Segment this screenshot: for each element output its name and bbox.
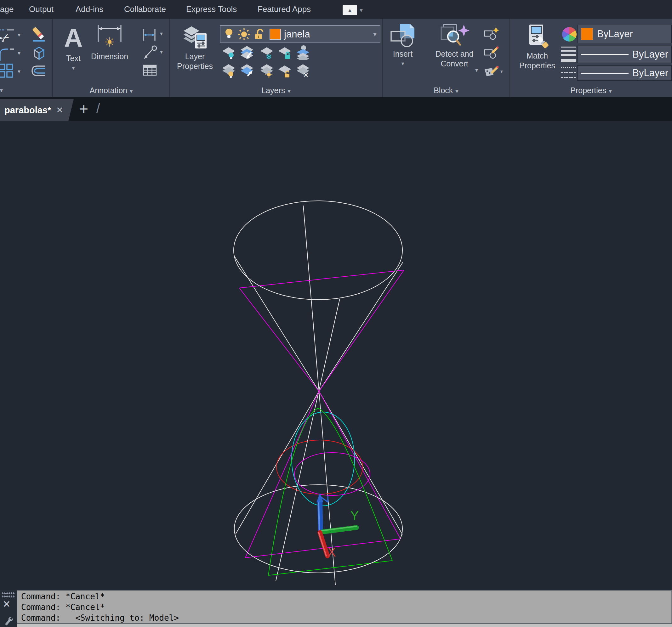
menu-tab-express-tools[interactable]: Express Tools	[186, 4, 237, 14]
detect-dropdown-icon[interactable]: ▾	[475, 67, 478, 74]
green-base-chord[interactable]	[268, 560, 392, 575]
ucs-y-label[interactable]: Y	[350, 508, 359, 523]
fillet-icon[interactable]	[0, 45, 15, 62]
layer-isolate-icon[interactable]	[295, 45, 311, 60]
sun-glyph: ☀	[104, 35, 115, 49]
file-tab-close-icon[interactable]: ✕	[56, 105, 63, 115]
block-attr-dropdown-icon[interactable]: ▾	[500, 69, 503, 74]
menu-tab-addins[interactable]: Add-ins	[76, 4, 103, 14]
detect-convert-icon	[439, 23, 470, 49]
ribbon-tab-bar: age Output Add-ins Collaborate Express T…	[0, 0, 672, 19]
insert-dropdown-icon[interactable]: ▾	[401, 59, 404, 69]
layer-make-current-icon[interactable]	[239, 45, 255, 60]
modify-panel-expand-icon[interactable]: ▾	[0, 87, 3, 94]
dimension-button[interactable]: ☀ Dimension	[90, 24, 129, 61]
layer-thaw-icon[interactable]	[259, 63, 274, 78]
command-window-grip[interactable]	[2, 592, 15, 598]
menu-tab-output[interactable]: Output	[29, 4, 53, 14]
detect-convert-button[interactable]: Detect and Convert	[432, 23, 476, 69]
text-dropdown-icon[interactable]: ▾	[72, 63, 75, 73]
menu-tab-manage[interactable]: age	[0, 4, 14, 14]
array-dropdown-icon[interactable]: ▾	[18, 68, 21, 75]
annotation-panel-label[interactable]: Annotation▾	[53, 86, 169, 95]
text-icon: A	[64, 22, 82, 53]
text-button[interactable]: A Text ▾	[59, 22, 88, 73]
ucs-x-label[interactable]: X	[328, 545, 336, 559]
block-panel-label[interactable]: Block▾	[383, 86, 509, 95]
object-color-value: ByLayer	[597, 28, 633, 40]
fillet-dropdown-icon[interactable]: ▾	[18, 50, 21, 57]
bottom-cone-right-edge[interactable]	[319, 391, 403, 534]
command-window: ✕ Command: *Cancel* Command: *Cancel* Co…	[0, 590, 672, 627]
ucs-z-axis-highlight[interactable]	[319, 502, 319, 532]
leader-dropdown-icon[interactable]: ▾	[160, 48, 163, 55]
layer-properties-button[interactable]: Layer Properties	[174, 24, 215, 71]
command-input-line[interactable]	[17, 624, 672, 627]
file-tab-parabolas[interactable]: parabolas* ✕	[0, 99, 74, 121]
leader-icon[interactable]	[143, 45, 157, 60]
explode-icon[interactable]	[30, 45, 47, 62]
cone-generator-2[interactable]	[276, 299, 340, 581]
match-properties-button[interactable]: Match Properties	[517, 23, 557, 71]
new-tab-button[interactable]: +	[79, 100, 88, 118]
linetype-value: ByLayer	[632, 67, 668, 79]
command-settings-wrench-icon[interactable]	[4, 616, 14, 627]
detect-convert-label: Detect and Convert	[432, 49, 476, 69]
layer-select-combo[interactable]: janela ▾	[220, 25, 380, 43]
magenta-top-right-edge[interactable]	[319, 270, 404, 391]
magenta-bottom-left-edge[interactable]	[245, 391, 319, 558]
array-icon[interactable]	[0, 63, 14, 79]
model-canvas-svg[interactable]: ZYX	[0, 121, 672, 590]
offset-icon[interactable]	[30, 64, 47, 78]
trim-dropdown-icon[interactable]: ▾	[18, 31, 21, 39]
insert-button-label: Insert	[393, 49, 413, 59]
dim-dropdown-icon[interactable]: ▾	[160, 30, 163, 37]
linetype-icon[interactable]	[561, 67, 576, 78]
block-attribute-icon[interactable]	[484, 65, 499, 79]
erase-icon[interactable]	[30, 26, 47, 43]
linetype-dropdown[interactable]: ByLayer	[577, 66, 672, 81]
command-line-2: Command: *Cancel*	[21, 602, 671, 612]
top-cone-circle[interactable]	[234, 201, 403, 300]
dim-linear-icon[interactable]	[142, 28, 157, 42]
color-wheel-icon[interactable]	[562, 27, 577, 42]
ucs-z-axis[interactable]	[320, 502, 320, 532]
top-cone-right-edge[interactable]	[319, 262, 403, 391]
trim-icon[interactable]: ✂	[0, 27, 15, 44]
ribbon-collapse-button[interactable]: ▴	[343, 5, 357, 15]
edit-block-icon[interactable]	[484, 46, 499, 60]
magenta-top-left-edge[interactable]	[239, 288, 319, 391]
menu-tab-featured-apps[interactable]: Featured Apps	[258, 4, 311, 14]
top-cone-left-edge[interactable]	[234, 256, 319, 391]
layer-on-icon[interactable]	[221, 63, 236, 78]
layer-lock-icon[interactable]	[277, 45, 292, 60]
object-color-dropdown[interactable]: ByLayer	[577, 25, 672, 43]
ribbon-collapse-menu-icon[interactable]: ▾	[360, 6, 363, 14]
command-history[interactable]: Command: *Cancel* Command: *Cancel* Comm…	[17, 590, 672, 623]
magenta-top-chord[interactable]	[239, 270, 404, 288]
ucs-x-axis[interactable]	[320, 532, 328, 556]
layer-freeze-icon[interactable]: ❄	[259, 45, 274, 60]
match-properties-icon	[523, 23, 551, 51]
match-properties-label: Match Properties	[517, 51, 557, 71]
magenta-section-ellipse[interactable]	[294, 453, 370, 496]
create-block-icon[interactable]	[484, 27, 499, 41]
layer-combo-dropdown-icon[interactable]: ▾	[373, 30, 377, 39]
table-icon[interactable]	[143, 63, 157, 77]
layer-delete-icon[interactable]: ✕	[295, 63, 311, 78]
layer-off-icon[interactable]	[221, 45, 236, 60]
model-space-canvas[interactable]: ZYX	[0, 121, 672, 590]
red-section-circle[interactable]	[277, 440, 363, 494]
ucs-z-label[interactable]: Z	[316, 495, 331, 503]
layers-panel-label[interactable]: Layers▾	[170, 86, 382, 95]
insert-icon	[389, 23, 416, 49]
insert-button[interactable]: Insert ▾	[387, 23, 418, 69]
lineweight-dropdown[interactable]: ByLayer	[577, 46, 672, 63]
menu-tab-collaborate[interactable]: Collaborate	[124, 4, 166, 14]
properties-panel-label[interactable]: Properties▾	[510, 86, 672, 95]
layer-unlock-tool-icon[interactable]	[277, 63, 292, 78]
block-panel-label-text: Block	[434, 86, 453, 95]
layer-match-icon[interactable]	[239, 63, 255, 78]
lineweight-icon[interactable]	[561, 47, 576, 62]
command-window-close-icon[interactable]: ✕	[2, 598, 11, 610]
